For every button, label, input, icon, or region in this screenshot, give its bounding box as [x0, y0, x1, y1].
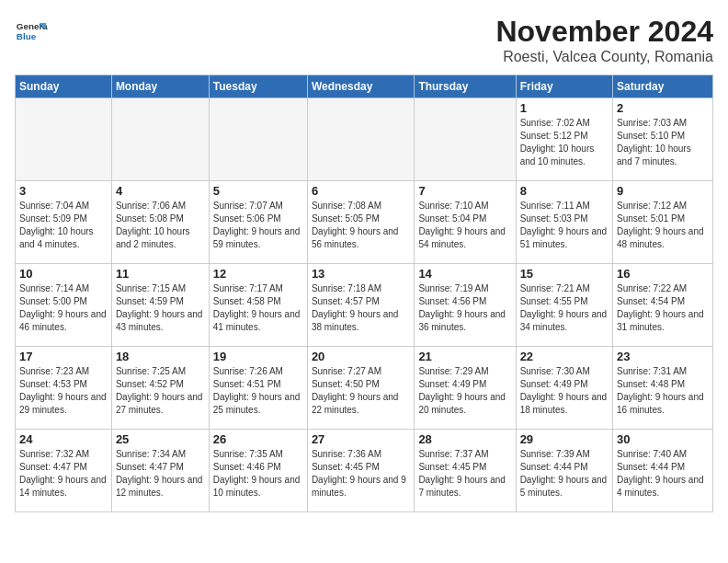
day-info: Sunrise: 7:17 AMSunset: 4:58 PMDaylight:…	[213, 282, 303, 334]
day-number: 16	[617, 267, 709, 281]
day-number: 22	[520, 350, 609, 363]
day-info: Sunrise: 7:35 AMSunset: 4:46 PMDaylight:…	[213, 448, 303, 500]
calendar-cell: 26Sunrise: 7:35 AMSunset: 4:46 PMDayligh…	[209, 430, 307, 512]
calendar-week-row: 3Sunrise: 7:04 AMSunset: 5:09 PMDaylight…	[16, 181, 713, 264]
day-number: 24	[19, 432, 108, 446]
day-info: Sunrise: 7:14 AMSunset: 5:00 PMDaylight:…	[19, 282, 108, 334]
calendar-cell	[16, 98, 112, 181]
day-number: 28	[418, 432, 511, 446]
day-number: 3	[19, 184, 108, 198]
day-number: 30	[617, 432, 709, 446]
weekday-header-monday: Monday	[111, 75, 209, 98]
day-info: Sunrise: 7:34 AMSunset: 4:47 PMDaylight:…	[116, 448, 205, 500]
day-number: 23	[617, 350, 709, 363]
day-info: Sunrise: 7:04 AMSunset: 5:09 PMDaylight:…	[19, 200, 108, 251]
day-info: Sunrise: 7:12 AMSunset: 5:01 PMDaylight:…	[617, 200, 709, 251]
day-number: 11	[116, 267, 205, 281]
day-info: Sunrise: 7:02 AMSunset: 5:12 PMDaylight:…	[520, 117, 609, 168]
day-number: 6	[312, 184, 411, 198]
day-info: Sunrise: 7:15 AMSunset: 4:59 PMDaylight:…	[116, 282, 205, 334]
calendar-week-row: 24Sunrise: 7:32 AMSunset: 4:47 PMDayligh…	[16, 430, 713, 512]
day-number: 13	[312, 267, 411, 281]
day-number: 4	[116, 184, 205, 198]
day-info: Sunrise: 7:30 AMSunset: 4:49 PMDaylight:…	[520, 365, 609, 417]
calendar-cell: 27Sunrise: 7:36 AMSunset: 4:45 PMDayligh…	[307, 430, 415, 512]
calendar-cell: 18Sunrise: 7:25 AMSunset: 4:52 PMDayligh…	[111, 347, 209, 430]
calendar-cell: 30Sunrise: 7:40 AMSunset: 4:44 PMDayligh…	[613, 430, 713, 512]
day-info: Sunrise: 7:31 AMSunset: 4:48 PMDaylight:…	[617, 365, 709, 417]
day-number: 1	[520, 101, 609, 115]
location-title: Roesti, Valcea County, Romania	[495, 49, 713, 65]
calendar-cell: 12Sunrise: 7:17 AMSunset: 4:58 PMDayligh…	[209, 264, 307, 347]
weekday-header-tuesday: Tuesday	[209, 75, 307, 98]
calendar-cell: 11Sunrise: 7:15 AMSunset: 4:59 PMDayligh…	[111, 264, 209, 347]
calendar-cell: 29Sunrise: 7:39 AMSunset: 4:44 PMDayligh…	[516, 430, 612, 512]
calendar-cell	[415, 98, 516, 181]
calendar-cell: 2Sunrise: 7:03 AMSunset: 5:10 PMDaylight…	[613, 98, 713, 181]
day-info: Sunrise: 7:23 AMSunset: 4:53 PMDaylight:…	[19, 365, 108, 417]
calendar-cell: 25Sunrise: 7:34 AMSunset: 4:47 PMDayligh…	[111, 430, 209, 512]
day-info: Sunrise: 7:32 AMSunset: 4:47 PMDaylight:…	[19, 448, 108, 500]
day-number: 29	[520, 432, 609, 446]
day-info: Sunrise: 7:27 AMSunset: 4:50 PMDaylight:…	[312, 365, 411, 417]
day-info: Sunrise: 7:11 AMSunset: 5:03 PMDaylight:…	[520, 200, 609, 251]
month-title: November 2024	[495, 15, 713, 49]
day-info: Sunrise: 7:26 AMSunset: 4:51 PMDaylight:…	[213, 365, 303, 417]
weekday-header-thursday: Thursday	[415, 75, 516, 98]
title-area: November 2024 Roesti, Valcea County, Rom…	[495, 15, 713, 65]
day-number: 17	[19, 350, 108, 363]
day-number: 14	[418, 267, 511, 281]
day-number: 7	[418, 184, 511, 198]
svg-text:Blue: Blue	[17, 31, 37, 41]
day-number: 2	[617, 101, 709, 115]
day-info: Sunrise: 7:40 AMSunset: 4:44 PMDaylight:…	[617, 448, 709, 500]
day-number: 10	[19, 267, 108, 281]
weekday-header-wednesday: Wednesday	[307, 75, 415, 98]
day-number: 26	[213, 432, 303, 446]
calendar-cell: 24Sunrise: 7:32 AMSunset: 4:47 PMDayligh…	[16, 430, 112, 512]
calendar-cell: 13Sunrise: 7:18 AMSunset: 4:57 PMDayligh…	[307, 264, 415, 347]
calendar-cell: 1Sunrise: 7:02 AMSunset: 5:12 PMDaylight…	[516, 98, 612, 181]
calendar-cell: 5Sunrise: 7:07 AMSunset: 5:06 PMDaylight…	[209, 181, 307, 264]
header: General Blue November 2024 Roesti, Valce…	[15, 15, 713, 65]
calendar-week-row: 1Sunrise: 7:02 AMSunset: 5:12 PMDaylight…	[16, 98, 713, 181]
calendar-cell	[209, 98, 307, 181]
calendar-table: SundayMondayTuesdayWednesdayThursdayFrid…	[15, 75, 713, 512]
day-info: Sunrise: 7:10 AMSunset: 5:04 PMDaylight:…	[418, 200, 511, 251]
calendar-cell: 3Sunrise: 7:04 AMSunset: 5:09 PMDaylight…	[16, 181, 112, 264]
day-number: 9	[617, 184, 709, 198]
calendar-cell: 21Sunrise: 7:29 AMSunset: 4:49 PMDayligh…	[415, 347, 516, 430]
calendar-cell: 4Sunrise: 7:06 AMSunset: 5:08 PMDaylight…	[111, 181, 209, 264]
day-info: Sunrise: 7:03 AMSunset: 5:10 PMDaylight:…	[617, 117, 709, 168]
day-number: 27	[312, 432, 411, 446]
calendar-cell	[111, 98, 209, 181]
day-info: Sunrise: 7:29 AMSunset: 4:49 PMDaylight:…	[418, 365, 511, 417]
calendar-cell: 16Sunrise: 7:22 AMSunset: 4:54 PMDayligh…	[613, 264, 713, 347]
calendar-cell: 28Sunrise: 7:37 AMSunset: 4:45 PMDayligh…	[415, 430, 516, 512]
calendar-cell: 8Sunrise: 7:11 AMSunset: 5:03 PMDaylight…	[516, 181, 612, 264]
day-info: Sunrise: 7:36 AMSunset: 4:45 PMDaylight:…	[312, 448, 411, 500]
calendar-cell: 9Sunrise: 7:12 AMSunset: 5:01 PMDaylight…	[613, 181, 713, 264]
day-number: 12	[213, 267, 303, 281]
day-number: 25	[116, 432, 205, 446]
calendar-cell: 7Sunrise: 7:10 AMSunset: 5:04 PMDaylight…	[415, 181, 516, 264]
calendar-cell: 6Sunrise: 7:08 AMSunset: 5:05 PMDaylight…	[307, 181, 415, 264]
day-info: Sunrise: 7:18 AMSunset: 4:57 PMDaylight:…	[312, 282, 411, 334]
logo-icon: General Blue	[15, 15, 48, 48]
calendar-cell: 19Sunrise: 7:26 AMSunset: 4:51 PMDayligh…	[209, 347, 307, 430]
day-info: Sunrise: 7:25 AMSunset: 4:52 PMDaylight:…	[116, 365, 205, 417]
day-number: 18	[116, 350, 205, 363]
logo: General Blue	[15, 15, 48, 48]
calendar-cell: 20Sunrise: 7:27 AMSunset: 4:50 PMDayligh…	[307, 347, 415, 430]
day-number: 5	[213, 184, 303, 198]
calendar-cell: 10Sunrise: 7:14 AMSunset: 5:00 PMDayligh…	[16, 264, 112, 347]
calendar-cell: 22Sunrise: 7:30 AMSunset: 4:49 PMDayligh…	[516, 347, 612, 430]
day-info: Sunrise: 7:19 AMSunset: 4:56 PMDaylight:…	[418, 282, 511, 334]
day-number: 15	[520, 267, 609, 281]
day-info: Sunrise: 7:37 AMSunset: 4:45 PMDaylight:…	[418, 448, 511, 500]
day-info: Sunrise: 7:21 AMSunset: 4:55 PMDaylight:…	[520, 282, 609, 334]
calendar-week-row: 17Sunrise: 7:23 AMSunset: 4:53 PMDayligh…	[16, 347, 713, 430]
calendar-cell	[307, 98, 415, 181]
calendar-cell: 14Sunrise: 7:19 AMSunset: 4:56 PMDayligh…	[415, 264, 516, 347]
day-info: Sunrise: 7:39 AMSunset: 4:44 PMDaylight:…	[520, 448, 609, 500]
